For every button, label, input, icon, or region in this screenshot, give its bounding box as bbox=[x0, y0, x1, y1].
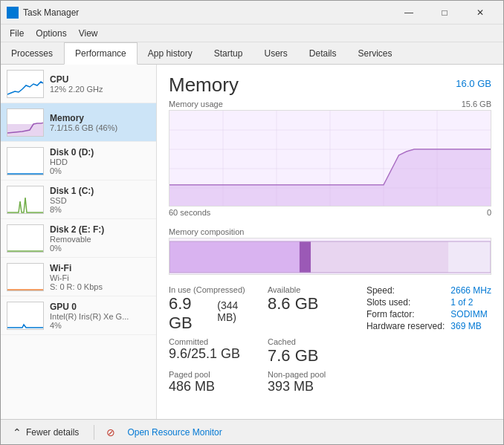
committed-value: 9.6/25.1 GB bbox=[169, 346, 256, 362]
disk1-label: Disk 1 (C:) bbox=[50, 186, 150, 196]
chart-label-row: Memory usage 15.6 GB bbox=[169, 100, 491, 108]
cached-label: Cached bbox=[268, 337, 355, 346]
tab-app-history[interactable]: App history bbox=[138, 42, 204, 65]
main-total-ram: 16.0 GB bbox=[456, 78, 491, 89]
available-label: Available bbox=[268, 285, 355, 294]
close-button[interactable]: ✕ bbox=[463, 1, 497, 24]
bottom-bar: ⌃ Fewer details ⊘ Open Resource Monitor bbox=[1, 419, 503, 444]
cpu-stats: 12% 2.20 GHz bbox=[50, 85, 150, 94]
stat-in-use: In use (Compressed) 6.9 GB (344 MB) bbox=[169, 285, 256, 333]
speed-key: Speed: bbox=[366, 285, 445, 296]
memory-info: Memory 7.1/15.6 GB (46%) bbox=[50, 113, 150, 132]
stats-grid: In use (Compressed) 6.9 GB (344 MB) Avai… bbox=[169, 285, 355, 394]
svg-rect-26 bbox=[311, 241, 448, 273]
wifi-info: Wi-Fi Wi-Fi S: 0 R: 0 Kbps bbox=[50, 263, 150, 291]
minimize-button[interactable]: — bbox=[392, 1, 426, 24]
maximize-button[interactable]: □ bbox=[427, 1, 462, 24]
svg-rect-27 bbox=[448, 241, 491, 273]
window-title: Task Manager bbox=[23, 7, 392, 18]
svg-rect-2 bbox=[7, 13, 12, 16]
fewer-details-button[interactable]: ⌃ Fewer details bbox=[10, 425, 82, 440]
sidebar-item-disk2[interactable]: Disk 2 (E: F:) Removable 0% bbox=[1, 219, 156, 258]
right-stats-grid: Speed: 2666 MHz Slots used: 1 of 2 Form … bbox=[366, 285, 491, 331]
speed-val: 2666 MHz bbox=[450, 285, 491, 296]
content-area: CPU 12% 2.20 GHz Memory 7.1/15.6 GB (46%… bbox=[1, 65, 503, 419]
window-controls: — □ ✕ bbox=[392, 1, 497, 24]
title-bar: Task Manager — □ ✕ bbox=[1, 1, 503, 25]
stats-container: In use (Compressed) 6.9 GB (344 MB) Avai… bbox=[169, 285, 491, 394]
cpu-info: CPU 12% 2.20 GHz bbox=[50, 74, 150, 94]
sidebar: CPU 12% 2.20 GHz Memory 7.1/15.6 GB (46%… bbox=[1, 65, 157, 419]
chart-label-text: Memory usage bbox=[169, 100, 223, 108]
committed-label: Committed bbox=[169, 337, 256, 346]
disk0-label: Disk 0 (D:) bbox=[50, 147, 150, 157]
wifi-thumbnail bbox=[7, 263, 44, 291]
cpu-thumbnail bbox=[7, 70, 44, 98]
disk2-info: Disk 2 (E: F:) Removable 0% bbox=[50, 224, 150, 253]
svg-rect-11 bbox=[7, 302, 44, 330]
chart-time-left: 60 seconds bbox=[169, 208, 210, 217]
wifi-label: Wi-Fi bbox=[50, 263, 150, 273]
gpu0-usage: 4% bbox=[50, 321, 150, 330]
menu-options[interactable]: Options bbox=[30, 25, 72, 42]
in-use-value: 6.9 GB bbox=[169, 294, 214, 333]
stat-nonpaged: Non-paged pool 393 MB bbox=[268, 370, 355, 394]
memory-composition-section: Memory composition bbox=[169, 227, 491, 275]
paged-value: 486 MB bbox=[169, 379, 256, 394]
sidebar-item-gpu0[interactable]: GPU 0 Intel(R) Iris(R) Xe G... 4% bbox=[1, 296, 156, 335]
main-panel: Memory 16.0 GB Memory usage 15.6 GB bbox=[157, 65, 503, 419]
memory-thumbnail bbox=[7, 108, 44, 137]
memory-label: Memory bbox=[50, 113, 150, 123]
svg-rect-0 bbox=[7, 9, 12, 12]
memory-stats: 7.1/15.6 GB (46%) bbox=[50, 123, 150, 132]
nonpaged-value: 393 MB bbox=[268, 379, 355, 394]
in-use-label: In use (Compressed) bbox=[169, 285, 256, 294]
gpu0-info: GPU 0 Intel(R) Iris(R) Xe G... 4% bbox=[50, 302, 150, 330]
stat-cached: Cached 7.6 GB bbox=[268, 337, 355, 366]
form-key: Form factor: bbox=[366, 309, 445, 319]
sidebar-item-disk0[interactable]: Disk 0 (D:) HDD 0% bbox=[1, 142, 156, 181]
form-val: SODIMM bbox=[450, 309, 491, 319]
cached-value: 7.6 GB bbox=[268, 346, 355, 366]
task-manager-window: Task Manager — □ ✕ File Options View Pro… bbox=[0, 0, 504, 445]
svg-rect-9 bbox=[7, 225, 44, 253]
sidebar-item-memory[interactable]: Memory 7.1/15.6 GB (46%) bbox=[1, 103, 156, 142]
tab-services[interactable]: Services bbox=[348, 42, 404, 65]
memory-usage-section: Memory usage 15.6 GB bbox=[169, 100, 491, 221]
tab-details[interactable]: Details bbox=[299, 42, 348, 65]
stats-left: In use (Compressed) 6.9 GB (344 MB) Avai… bbox=[169, 285, 355, 394]
fewer-details-label: Fewer details bbox=[26, 427, 79, 438]
sidebar-item-cpu[interactable]: CPU 12% 2.20 GHz bbox=[1, 65, 156, 103]
disk0-info: Disk 0 (D:) HDD 0% bbox=[50, 147, 150, 175]
svg-rect-10 bbox=[7, 264, 44, 291]
svg-rect-7 bbox=[7, 148, 44, 175]
tab-processes[interactable]: Processes bbox=[1, 42, 64, 65]
tab-performance[interactable]: Performance bbox=[64, 42, 138, 65]
tab-startup[interactable]: Startup bbox=[204, 42, 254, 65]
disk0-thumbnail bbox=[7, 147, 44, 175]
open-resource-monitor-link[interactable]: Open Resource Monitor bbox=[127, 427, 222, 438]
memory-composition-chart bbox=[169, 238, 491, 275]
menu-view[interactable]: View bbox=[73, 25, 104, 42]
stats-right: Speed: 2666 MHz Slots used: 1 of 2 Form … bbox=[366, 285, 491, 394]
gpu0-label: GPU 0 bbox=[50, 302, 150, 312]
disk0-type: HDD bbox=[50, 157, 150, 166]
slots-val: 1 of 2 bbox=[450, 297, 491, 308]
chevron-up-icon: ⌃ bbox=[13, 426, 22, 438]
stat-paged: Paged pool 486 MB bbox=[169, 370, 256, 394]
svg-rect-24 bbox=[169, 241, 300, 273]
menu-file[interactable]: File bbox=[4, 25, 30, 42]
app-icon bbox=[7, 7, 19, 19]
sidebar-item-disk1[interactable]: Disk 1 (C:) SSD 8% bbox=[1, 181, 156, 219]
bottom-divider bbox=[94, 425, 94, 440]
svg-rect-3 bbox=[13, 13, 18, 16]
tab-users[interactable]: Users bbox=[253, 42, 298, 65]
memory-usage-chart bbox=[169, 110, 491, 207]
tabs-bar: Processes Performance App history Startu… bbox=[1, 42, 503, 65]
stat-committed: Committed 9.6/25.1 GB bbox=[169, 337, 256, 366]
sidebar-item-wifi[interactable]: Wi-Fi Wi-Fi S: 0 R: 0 Kbps bbox=[1, 258, 156, 296]
disk2-usage: 0% bbox=[50, 244, 150, 253]
disk2-type: Removable bbox=[50, 235, 150, 244]
svg-rect-1 bbox=[13, 9, 18, 12]
stat-available: Available 8.6 GB bbox=[268, 285, 355, 333]
